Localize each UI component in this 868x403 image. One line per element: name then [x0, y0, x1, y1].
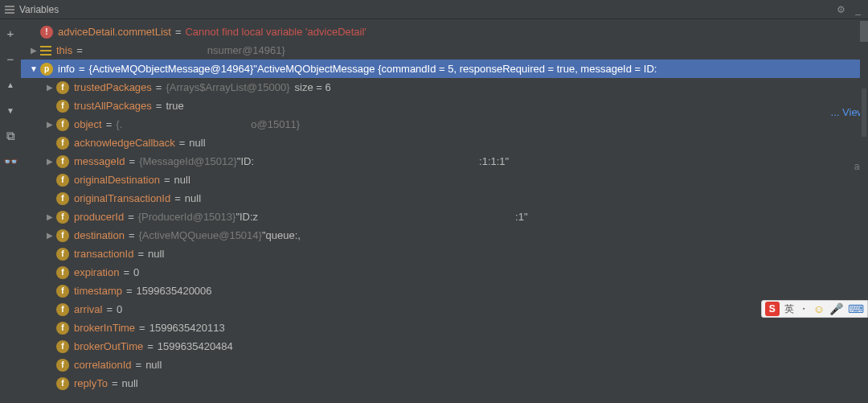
variable-name: trustAllPackages: [74, 100, 152, 112]
variable-value: null: [122, 377, 138, 389]
value-tail: o@15011}: [251, 118, 300, 130]
object-reference: {.: [116, 118, 122, 130]
ime-logo-icon[interactable]: S: [765, 302, 780, 316]
variables-tree[interactable]: !adviceDetail.commetList=Cannot find loc…: [21, 19, 868, 403]
variable-row[interactable]: ▶this=nsumer@14961}: [21, 41, 868, 60]
equals-sign: =: [135, 322, 149, 334]
variable-row[interactable]: fbrokerInTime=1599635420113: [21, 319, 868, 337]
equals-sign: =: [152, 81, 166, 93]
variable-value: null: [145, 359, 162, 371]
variable-value: null: [174, 174, 190, 186]
expand-icon[interactable]: ▶: [45, 120, 55, 129]
field-badge-icon: f: [56, 303, 69, 316]
expand-icon[interactable]: ▶: [29, 46, 39, 55]
object-reference: {MessageId@15012}: [139, 155, 237, 167]
variable-row[interactable]: facknowledgeCallback=null: [21, 134, 868, 152]
variable-name: trustedPackages: [74, 81, 152, 93]
glasses-icon[interactable]: 👓: [3, 154, 18, 169]
variable-name: brokerOutTime: [74, 340, 143, 352]
variable-row[interactable]: ▶fobject={.o@15011}: [21, 115, 868, 134]
variable-name: correlationId: [74, 359, 132, 371]
variable-row[interactable]: fbrokerOutTime=1599635420484: [21, 337, 868, 356]
move-down-button[interactable]: ▼: [3, 103, 18, 117]
variable-row[interactable]: ftransactionId=null: [21, 245, 868, 263]
variable-row[interactable]: ▼pinfo={ActiveMQObjectMessage@14964} "Ac…: [21, 60, 868, 78]
variable-name: replyTo: [74, 377, 108, 389]
variable-row[interactable]: fcorrelationId=null: [21, 356, 868, 374]
variable-name: info: [58, 63, 75, 75]
equals-sign: =: [152, 100, 166, 112]
field-badge-icon: f: [56, 359, 69, 372]
expand-icon[interactable]: ▶: [45, 231, 55, 240]
settings-icon[interactable]: ⚙: [834, 4, 848, 15]
ime-dot-icon[interactable]: ・: [799, 302, 809, 316]
field-badge-icon: f: [56, 248, 69, 261]
equals-sign: =: [133, 248, 148, 260]
variable-name: timestamp: [74, 285, 122, 297]
add-watch-button[interactable]: +: [3, 26, 18, 40]
variable-name: messageId: [74, 155, 125, 167]
ime-smile-icon[interactable]: ☺: [813, 302, 825, 315]
expand-icon[interactable]: ▶: [45, 157, 55, 166]
equals-sign: =: [108, 377, 122, 389]
variable-value: 1599635420113: [149, 322, 225, 334]
variable-row[interactable]: !adviceDetail.commetList=Cannot find loc…: [21, 23, 868, 41]
variable-row[interactable]: foriginalTransactionId=null: [21, 189, 868, 208]
expand-icon[interactable]: ▶: [45, 83, 55, 92]
vertical-scrollbar[interactable]: [860, 19, 868, 403]
variable-value: 1599635420484: [158, 340, 233, 352]
variable-value: 0: [133, 266, 139, 278]
ime-mic-icon[interactable]: 🎤: [829, 302, 843, 315]
field-badge-icon: f: [56, 118, 69, 131]
field-badge-icon: f: [56, 155, 69, 168]
this-object-icon: [40, 46, 51, 56]
equals-sign: =: [175, 137, 190, 149]
ime-keyboard-icon[interactable]: ⌨: [848, 302, 864, 315]
variable-row[interactable]: ▶fmessageId={MessageId@15012} "ID::1:1:1…: [21, 152, 868, 171]
equals-sign: =: [102, 303, 117, 315]
ime-toolbar[interactable]: S 英 ・ ☺ 🎤 ⌨: [761, 300, 868, 318]
variable-value: "ID:z: [235, 211, 258, 223]
equals-sign: =: [125, 229, 139, 241]
variable-row[interactable]: foriginalDestination=null: [21, 171, 868, 189]
field-badge-icon: f: [56, 377, 69, 390]
copy-button[interactable]: ⧉: [3, 129, 18, 143]
variable-name: adviceDetail.commetList: [58, 26, 171, 38]
field-badge-icon: f: [56, 137, 69, 150]
variable-row[interactable]: ▶fproducerId={ProducerId@15013} "ID:z:1": [21, 208, 868, 226]
ime-lang[interactable]: 英: [784, 302, 794, 316]
variable-value: null: [189, 137, 205, 149]
variable-name: object: [74, 118, 102, 130]
variable-name: producerId: [74, 211, 124, 223]
field-badge-icon: f: [56, 211, 69, 224]
variable-row[interactable]: farrival=0: [21, 300, 868, 319]
collapse-icon[interactable]: ▼: [29, 64, 39, 73]
value-tail: :1:1:1": [479, 155, 509, 167]
variable-name: originalTransactionId: [74, 192, 170, 204]
variable-value: "queue:,: [262, 229, 301, 241]
object-reference: {ProducerId@15013}: [138, 211, 236, 223]
expand-icon[interactable]: ▶: [45, 212, 55, 221]
variable-row[interactable]: freplyTo=null: [21, 374, 868, 393]
variable-value: Cannot find local variable 'adviceDetail…: [185, 26, 366, 38]
equals-sign: =: [119, 266, 133, 278]
equals-sign: =: [132, 359, 146, 371]
minimize-icon[interactable]: _: [853, 4, 863, 15]
variable-row[interactable]: ftimestamp=1599635420006: [21, 282, 868, 300]
variable-row[interactable]: ▶fdestination={ActiveMQQueue@15014} "que…: [21, 226, 868, 245]
collection-size: size = 6: [290, 81, 331, 93]
remove-watch-button[interactable]: −: [3, 51, 18, 66]
content: + − ▲ ▼ ⧉ 👓 !adviceDetail.commetList=Can…: [0, 19, 868, 403]
variable-row[interactable]: fexpiration=0: [21, 263, 868, 282]
variable-row[interactable]: ftrustAllPackages=true: [21, 97, 868, 115]
move-up-button[interactable]: ▲: [3, 77, 18, 92]
field-badge-icon: f: [56, 229, 69, 242]
variable-name: expiration: [74, 266, 119, 278]
field-badge-icon: f: [56, 192, 69, 205]
variable-value: "ID:: [237, 155, 254, 167]
variable-name: originalDestination: [74, 174, 160, 186]
equals-sign: =: [143, 340, 158, 352]
panel-header: Variables ⚙ _: [0, 0, 868, 19]
object-reference: {ActiveMQObjectMessage@14964}: [89, 63, 254, 75]
variable-row[interactable]: ▶ftrustedPackages={Arrays$ArrayList@1500…: [21, 78, 868, 97]
